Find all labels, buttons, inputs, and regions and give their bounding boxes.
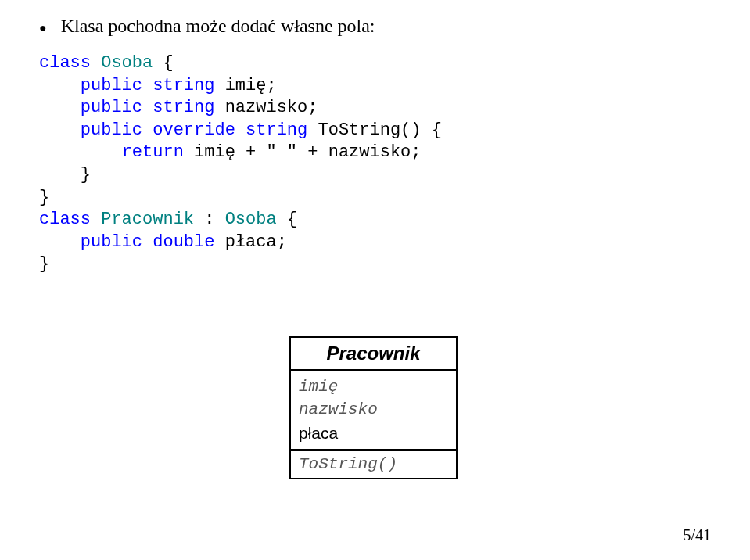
keyword-class: class	[39, 210, 91, 229]
brace: }	[39, 165, 91, 185]
colon: :	[194, 210, 225, 229]
keyword-string: string	[153, 76, 214, 95]
keyword-public: public	[81, 76, 142, 95]
uml-operations: ToString()	[289, 451, 458, 479]
uml-attributes: imię nazwisko płaca	[289, 371, 458, 451]
keyword-class: class	[39, 53, 91, 73]
uml-attr-placa: płaca	[299, 422, 448, 444]
field-nazwisko: nazwisko;	[214, 98, 318, 117]
code-block: class Osoba { public string imię; public…	[39, 52, 711, 276]
return-expr: imię + " " + nazwisko;	[184, 142, 422, 162]
class-name-pracownik: Pracownik	[101, 210, 194, 229]
bullet-line: ● Klasa pochodna może dodać własne pola:	[39, 16, 711, 37]
field-imie: imię;	[214, 76, 276, 95]
class-name-osoba: Osoba	[101, 53, 153, 73]
brace: }	[39, 254, 49, 274]
uml-class-box: Pracownik imię nazwisko płaca ToString()	[289, 336, 458, 479]
keyword-double: double	[153, 232, 214, 252]
keyword-public: public	[81, 232, 142, 252]
field-placa: płaca;	[214, 232, 286, 252]
bullet-marker: ●	[39, 21, 47, 35]
keyword-return: return	[122, 142, 184, 162]
keyword-string: string	[246, 120, 307, 140]
uml-attr-nazwisko: nazwisko	[299, 398, 448, 421]
keyword-string: string	[153, 98, 214, 117]
bullet-text: Klasa pochodna może dodać własne pola:	[61, 16, 375, 37]
page-number: 5/41	[683, 526, 711, 544]
uml-op-tostring: ToString()	[299, 455, 448, 473]
brace: }	[39, 188, 49, 207]
keyword-override: override	[153, 120, 235, 140]
uml-attr-imie: imię	[299, 375, 448, 398]
brace: {	[153, 53, 173, 73]
base-class-osoba: Osoba	[225, 210, 277, 229]
tostring-signature: ToString() {	[307, 120, 442, 140]
keyword-public: public	[81, 120, 142, 140]
brace: {	[277, 210, 297, 229]
uml-class-name: Pracownik	[289, 336, 458, 371]
keyword-public: public	[81, 98, 142, 117]
